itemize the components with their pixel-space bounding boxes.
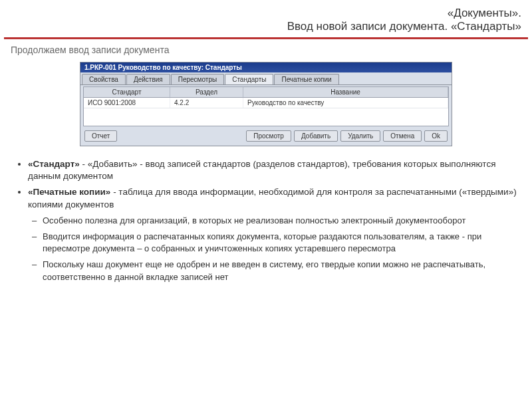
sub-bullet-1: Особенно полезна для организаций, в кото… [43, 215, 521, 227]
button-bar: Отчет Просмотр Добавить Удалить Отмена O… [80, 128, 452, 142]
header-line1: «Документы». [11, 7, 521, 20]
slide-header: «Документы». Ввод новой записи документа… [0, 0, 532, 37]
window-title: 1.РКР-001 Руководство по качеству: Станд… [84, 64, 242, 71]
tab-revisions[interactable]: Пересмотры [171, 74, 224, 84]
bullet-1-rest: - «Добавить» - ввод записей стандартов (… [28, 159, 495, 181]
intro-text: Продолжаем ввод записи документа [0, 45, 532, 59]
bullet-1-strong: «Стандарт» [28, 159, 80, 169]
cancel-button[interactable]: Отмена [383, 130, 422, 142]
report-button[interactable]: Отчет [84, 130, 117, 142]
tab-actions[interactable]: Действия [126, 74, 170, 84]
bullet-1: «Стандарт» - «Добавить» - ввод записей с… [28, 158, 521, 182]
titlebar: 1.РКР-001 Руководство по качеству: Станд… [80, 63, 452, 72]
col-title[interactable]: Название [243, 87, 448, 97]
delete-button[interactable]: Удалить [340, 130, 380, 142]
tabstrip: Свойства Действия Пересмотры Стандарты П… [80, 72, 452, 85]
tab-printcopies[interactable]: Печатные копии [274, 74, 338, 84]
grid-blank-space [84, 108, 448, 126]
add-button[interactable]: Добавить [294, 130, 338, 142]
slide-content: «Стандарт» - «Добавить» - ввод записей с… [0, 152, 532, 298]
cell-title: Руководство по качеству [243, 98, 448, 108]
sub-bullet-3: Поскольку наш документ еще не одобрен и … [43, 259, 521, 283]
grid-header-row: Стандарт Раздел Название [84, 87, 448, 98]
view-button[interactable]: Просмотр [246, 130, 291, 142]
data-grid: Стандарт Раздел Название ИСО 9001:2008 4… [83, 86, 449, 126]
app-window: 1.РКР-001 Руководство по качеству: Станд… [80, 62, 452, 146]
bullet-2: «Печатные копии» - таблица для ввода инф… [28, 186, 521, 283]
sub-bullet-list: Особенно полезна для организаций, в кото… [28, 215, 521, 283]
bullet-2-strong: «Печатные копии» [28, 187, 110, 197]
divider [4, 37, 528, 39]
tab-standards[interactable]: Стандарты [225, 74, 273, 84]
table-row[interactable]: ИСО 9001:2008 4.2.2 Руководство по качес… [84, 98, 448, 108]
cell-section: 4.2.2 [170, 98, 243, 108]
tab-properties[interactable]: Свойства [82, 74, 126, 84]
cell-standard: ИСО 9001:2008 [84, 98, 170, 108]
header-line2: Ввод новой записи документа. «Стандарты» [11, 20, 521, 33]
ok-button[interactable]: Ok [424, 130, 448, 142]
col-section[interactable]: Раздел [170, 87, 243, 97]
bullet-list: «Стандарт» - «Добавить» - ввод записей с… [16, 158, 521, 283]
sub-bullet-2: Вводится информация о распечатанных копи… [43, 231, 521, 255]
col-standard[interactable]: Стандарт [84, 87, 170, 97]
